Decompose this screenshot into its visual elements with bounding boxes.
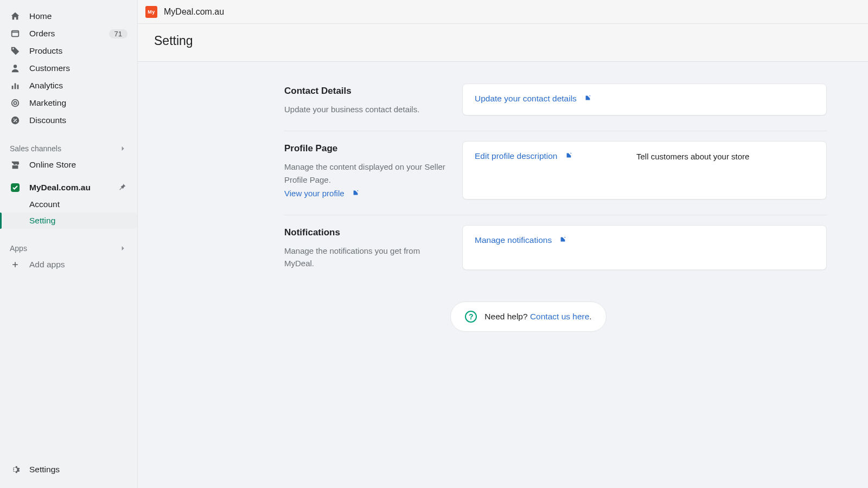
svg-point-9 bbox=[16, 121, 17, 122]
section-notifications: Notifications Manage the notifications y… bbox=[284, 215, 827, 285]
edit-profile-description-link[interactable]: Edit profile description bbox=[475, 151, 610, 161]
sidebar: Home Orders 71 Products Customers bbox=[0, 0, 138, 488]
section-description: Manage the notifications you get from My… bbox=[284, 245, 447, 270]
section-heading: Profile Page bbox=[284, 143, 447, 154]
svg-point-6 bbox=[14, 101, 16, 104]
page-title: Setting bbox=[154, 34, 852, 48]
contact-us-link[interactable]: Contact us here bbox=[530, 312, 589, 321]
main-area: My MyDeal.com.au Setting Contact Details… bbox=[138, 0, 868, 488]
help-box: ? Need help? Contact us here. bbox=[450, 301, 606, 332]
section-description: Manage the content displayed on your Sel… bbox=[284, 160, 447, 186]
sidebar-item-label: Analytics bbox=[29, 81, 63, 91]
home-icon bbox=[10, 11, 21, 22]
sidebar-item-label: Home bbox=[29, 11, 52, 21]
tag-icon bbox=[10, 46, 21, 56]
sidebar-item-label: Online Store bbox=[29, 160, 76, 170]
external-link-icon bbox=[352, 189, 359, 198]
sidebar-item-label: Settings bbox=[29, 465, 60, 474]
sidebar-item-home[interactable]: Home bbox=[4, 8, 133, 25]
help-period: . bbox=[589, 312, 591, 321]
link-label: Update your contact details bbox=[475, 94, 577, 103]
sidebar-item-add-apps[interactable]: Add apps bbox=[4, 256, 133, 273]
sidebar-item-label: Orders bbox=[29, 29, 55, 38]
sidebar-item-mydeal[interactable]: MyDeal.com.au bbox=[4, 179, 133, 196]
sidebar-item-analytics[interactable]: Analytics bbox=[4, 77, 133, 94]
help-text: Need help? bbox=[484, 312, 530, 321]
topbar-title: MyDeal.com.au bbox=[164, 7, 224, 17]
sidebar-item-settings[interactable]: Settings bbox=[4, 461, 133, 478]
sidebar-item-products[interactable]: Products bbox=[4, 42, 133, 60]
sidebar-subitem-label: Setting bbox=[29, 216, 55, 226]
person-icon bbox=[10, 63, 21, 74]
view-profile-link[interactable]: View your profile bbox=[284, 189, 359, 198]
orders-badge: 71 bbox=[109, 29, 127, 38]
gear-icon bbox=[10, 464, 21, 475]
section-heading: Notifications bbox=[284, 227, 447, 238]
section-header-sales-channels[interactable]: Sales channels bbox=[4, 139, 133, 156]
plus-icon bbox=[10, 259, 21, 270]
svg-rect-2 bbox=[12, 86, 14, 89]
svg-point-5 bbox=[12, 100, 19, 107]
help-icon: ? bbox=[465, 311, 477, 323]
chevron-right-icon bbox=[119, 244, 127, 253]
section-header-label: Apps bbox=[10, 244, 27, 253]
sidebar-item-discounts[interactable]: Discounts bbox=[4, 112, 133, 129]
page-header: Setting bbox=[138, 24, 868, 62]
section-profile-page: Profile Page Manage the content displaye… bbox=[284, 131, 827, 215]
svg-rect-4 bbox=[17, 85, 19, 89]
sidebar-subitem-label: Account bbox=[29, 200, 60, 209]
sidebar-item-label: Add apps bbox=[29, 260, 65, 269]
topbar: My MyDeal.com.au bbox=[138, 0, 868, 24]
svg-rect-3 bbox=[15, 84, 16, 89]
external-link-icon bbox=[565, 151, 572, 160]
mydeal-logo: My bbox=[145, 6, 157, 18]
svg-rect-0 bbox=[12, 31, 19, 37]
link-label: Manage notifications bbox=[475, 235, 552, 245]
svg-point-1 bbox=[14, 65, 17, 68]
section-contact-details: Contact Details Update your business con… bbox=[284, 74, 827, 131]
sidebar-subitem-setting[interactable]: Setting bbox=[0, 213, 137, 229]
discount-icon bbox=[10, 115, 21, 126]
section-header-label: Sales channels bbox=[10, 144, 61, 153]
link-label: View your profile bbox=[284, 189, 344, 198]
external-link-icon bbox=[559, 235, 566, 245]
update-contact-details-link[interactable]: Update your contact details bbox=[475, 94, 591, 104]
link-label: Edit profile description bbox=[475, 151, 558, 160]
section-description: Update your business contact details. bbox=[284, 103, 447, 115]
sidebar-item-label: Products bbox=[29, 46, 62, 56]
sidebar-item-label: MyDeal.com.au bbox=[29, 183, 91, 192]
svg-point-8 bbox=[14, 119, 15, 120]
bar-chart-icon bbox=[10, 80, 21, 91]
target-icon bbox=[10, 98, 21, 108]
profile-info-text: Tell customers about your store bbox=[636, 152, 749, 161]
pin-icon[interactable] bbox=[118, 183, 127, 192]
sidebar-item-marketing[interactable]: Marketing bbox=[4, 94, 133, 112]
section-heading: Contact Details bbox=[284, 86, 447, 97]
chevron-right-icon bbox=[119, 144, 127, 153]
sidebar-subitem-account[interactable]: Account bbox=[0, 196, 137, 213]
manage-notifications-link[interactable]: Manage notifications bbox=[475, 235, 566, 245]
app-check-icon bbox=[10, 182, 21, 193]
orders-icon bbox=[10, 28, 21, 39]
sidebar-item-label: Discounts bbox=[29, 115, 66, 125]
sidebar-item-label: Customers bbox=[29, 63, 70, 73]
sidebar-item-online-store[interactable]: Online Store bbox=[4, 156, 133, 174]
external-link-icon bbox=[584, 94, 591, 103]
sidebar-item-customers[interactable]: Customers bbox=[4, 60, 133, 77]
section-header-apps[interactable]: Apps bbox=[4, 239, 133, 256]
store-icon bbox=[10, 159, 21, 170]
sidebar-item-orders[interactable]: Orders 71 bbox=[4, 25, 133, 42]
sidebar-item-label: Marketing bbox=[29, 98, 66, 108]
